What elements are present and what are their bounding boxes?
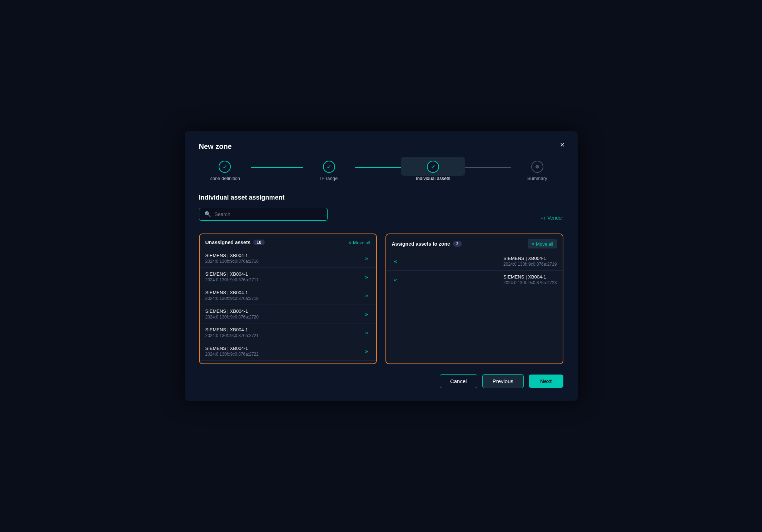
vendor-filter-label: Vendor <box>547 215 563 221</box>
unassigned-asset-item[interactable]: SIEMENS | XB004-1 2024:0:130f::9c0:876a:… <box>200 268 376 286</box>
cancel-button[interactable]: Cancel <box>440 374 477 388</box>
double-chevron-left-icon: « <box>531 241 534 247</box>
assigned-asset-list: « SIEMENS | XB004-1 2024:0:130f::9c0:876… <box>386 252 563 292</box>
check-icon-2 <box>327 164 331 170</box>
move-all-left-label: Move all <box>536 241 553 247</box>
filter-icon: ≡↑ <box>541 215 546 221</box>
unassigned-asset-item[interactable]: SIEMENS | XB004-1 2024:0:130f::9c0:876a:… <box>200 305 376 323</box>
asset-info: SIEMENS | XB004-1 2024:0:130f::9c0:876a:… <box>205 308 259 320</box>
step-zone-definition: Zone definition <box>199 161 251 181</box>
asset-ip: 2024:0:130f::9c0:876a:2719 <box>503 262 557 267</box>
step-individual-assets: Individual assets <box>407 161 459 181</box>
asset-name: SIEMENS | XB004-1 <box>205 271 259 277</box>
assigned-count: 2 <box>453 241 462 247</box>
move-right-button[interactable]: » <box>363 291 370 300</box>
step-label-4: Summary <box>527 176 547 181</box>
assigned-title-text: Assigned assets to zone <box>392 241 450 247</box>
step-line-2 <box>355 167 407 168</box>
step-summary: Summary <box>511 161 563 181</box>
asset-info: SIEMENS | XB004-1 2024:0:130f::9c0:876a:… <box>205 290 259 301</box>
move-all-right-button[interactable]: » Move all <box>348 239 370 246</box>
dialog: New zone × Zone definition IP range Indi… <box>185 131 578 401</box>
asset-ip: 2024:0:130f::9c0:876a:2716 <box>205 259 259 264</box>
move-right-button[interactable]: » <box>363 310 370 318</box>
step-circle-4 <box>531 161 543 173</box>
asset-info: SIEMENS | XB004-1 2024:0:130f::9c0:876a:… <box>205 253 259 264</box>
asset-name: SIEMENS | XB004-1 <box>205 346 259 351</box>
assigned-asset-item[interactable]: « SIEMENS | XB004-1 2024:0:130f::9c0:876… <box>386 252 563 271</box>
unassigned-asset-list: SIEMENS | XB004-1 2024:0:130f::9c0:876a:… <box>200 249 376 363</box>
step-line-3 <box>459 167 511 168</box>
asset-ip: 2024:0:130f::9c0:876a:2717 <box>205 277 259 282</box>
unassigned-asset-item[interactable]: SIEMENS | XB004-1 2024:0:130f::9c0:876a:… <box>200 323 376 342</box>
assets-row: Unassigned assets 10 » Move all SIEMENS … <box>199 234 563 364</box>
asset-name: SIEMENS | XB004-1 <box>205 327 259 332</box>
section-title: Individual asset assignment <box>199 194 563 201</box>
assigned-panel-title: Assigned assets to zone 2 <box>392 241 462 247</box>
unassigned-asset-item[interactable]: SIEMENS | XB004-1 2024:0:130f::9c0:876a:… <box>200 342 376 361</box>
asset-ip: 2024:0:130f::9c0:876a:2718 <box>205 296 259 301</box>
asset-name: SIEMENS | XB004-1 <box>503 274 557 280</box>
unassigned-panel: Unassigned assets 10 » Move all SIEMENS … <box>199 234 377 364</box>
move-right-button[interactable]: » <box>363 347 370 356</box>
check-icon-1 <box>223 164 227 170</box>
step-circle-2 <box>323 161 335 173</box>
move-left-button[interactable]: « <box>392 257 399 266</box>
unassigned-count: 10 <box>253 240 264 245</box>
asset-name: SIEMENS | XB004-1 <box>205 290 259 295</box>
close-button[interactable]: × <box>560 141 565 149</box>
assigned-panel: Assigned assets to zone 2 « Move all « S… <box>385 234 563 364</box>
unassigned-title-text: Unassigned assets <box>205 240 251 245</box>
check-icon-3 <box>431 164 435 170</box>
move-right-button[interactable]: » <box>363 254 370 263</box>
asset-name: SIEMENS | XB004-1 <box>503 256 557 261</box>
asset-name: SIEMENS | XB004-1 <box>205 253 259 258</box>
step-label-2: IP range <box>320 176 338 181</box>
step-circle-1 <box>219 161 231 173</box>
asset-info: SIEMENS | XB004-1 2024:0:130f::9c0:876a:… <box>503 256 557 267</box>
asset-ip: 2024:0:130f::9c0:876a:2720 <box>205 315 259 320</box>
asset-ip: 2024:0:130f::9c0:876a:2721 <box>205 333 259 338</box>
assigned-asset-item[interactable]: « SIEMENS | XB004-1 2024:0:130f::9c0:876… <box>386 271 563 289</box>
inactive-dot <box>536 165 539 169</box>
next-button[interactable]: Next <box>529 375 563 388</box>
asset-info: SIEMENS | XB004-1 2024:0:130f::9c0:876a:… <box>503 274 557 285</box>
asset-info: SIEMENS | XB004-1 2024:0:130f::9c0:876a:… <box>205 327 259 338</box>
unassigned-panel-title: Unassigned assets 10 <box>205 240 265 245</box>
asset-info: SIEMENS | XB004-1 2024:0:130f::9c0:876a:… <box>205 271 259 282</box>
move-all-left-button[interactable]: « Move all <box>528 239 557 249</box>
search-bar[interactable]: 🔍 <box>199 208 328 221</box>
step-ip-range: IP range <box>303 161 355 181</box>
move-right-button[interactable]: » <box>363 273 370 281</box>
step-line-1 <box>251 167 303 168</box>
vendor-filter[interactable]: ≡↑ Vendor <box>541 215 563 221</box>
search-icon: 🔍 <box>204 211 211 217</box>
unassigned-asset-item[interactable]: SIEMENS | XB004-1 2024:0:130f::9c0:876a:… <box>200 286 376 305</box>
move-right-button[interactable]: » <box>363 328 370 337</box>
step-label-3: Individual assets <box>416 176 450 181</box>
asset-info: SIEMENS | XB004-1 2024:0:130f::9c0:876a:… <box>205 346 259 357</box>
asset-name: SIEMENS | XB004-1 <box>205 308 259 314</box>
unassigned-asset-item[interactable]: SIEMENS | XB004-1 2024:0:130f::9c0:876a:… <box>200 249 376 268</box>
double-chevron-right-icon: » <box>348 239 352 246</box>
move-all-right-label: Move all <box>353 240 370 245</box>
move-left-button[interactable]: « <box>392 276 399 284</box>
assigned-panel-header: Assigned assets to zone 2 « Move all <box>386 234 563 252</box>
step-circle-3 <box>427 161 439 173</box>
asset-ip: 2024:0:130f::9c0:876a:2723 <box>503 280 557 285</box>
unassigned-panel-header: Unassigned assets 10 » Move all <box>200 234 376 249</box>
search-input[interactable] <box>215 211 322 217</box>
asset-ip: 2024:0:130f::9c0:876a:2722 <box>205 352 259 357</box>
previous-button[interactable]: Previous <box>482 374 524 388</box>
dialog-title: New zone <box>199 142 563 151</box>
stepper: Zone definition IP range Individual asse… <box>199 161 563 181</box>
dialog-footer: Cancel Previous Next <box>199 374 563 388</box>
step-label-1: Zone definition <box>210 176 240 181</box>
